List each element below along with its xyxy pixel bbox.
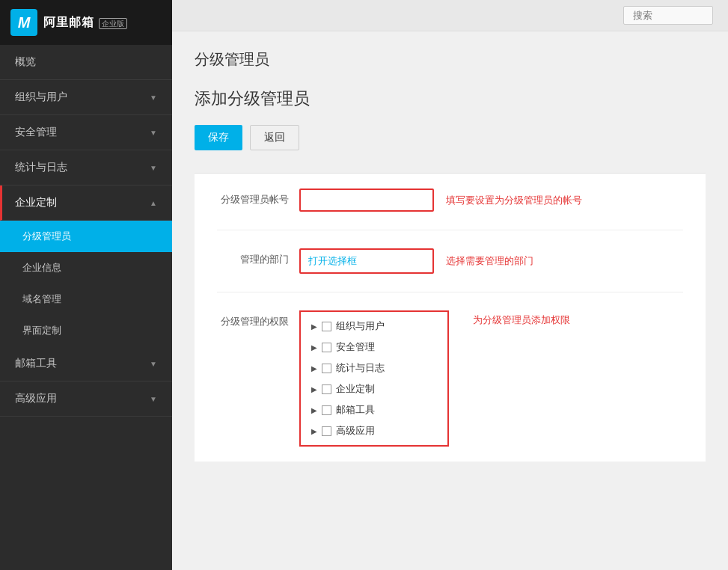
account-row: 分级管理员帐号 填写要设置为分级管理员的帐号	[217, 189, 683, 230]
sidebar-item-overview[interactable]: 概览	[0, 45, 172, 80]
sidebar-item-stats[interactable]: 统计与日志 ▼	[0, 150, 172, 186]
chevron-down-icon: ▼	[150, 395, 157, 403]
perm-label-tools: 邮箱工具	[336, 403, 375, 417]
account-hint: 填写要设置为分级管理员的帐号	[446, 194, 582, 207]
sidebar-item-advanced[interactable]: 高级应用 ▼	[0, 381, 172, 417]
perm-item-tools: ▶ 邮箱工具	[311, 403, 437, 417]
perm-checkbox-advanced[interactable]	[322, 426, 331, 436]
save-button[interactable]: 保存	[195, 125, 242, 150]
sidebar-item-label: 概览	[15, 55, 36, 69]
sidebar-item-sub-info[interactable]: 企业信息	[0, 252, 172, 284]
expand-arrow-icon: ▶	[311, 364, 317, 373]
chevron-down-icon: ▼	[150, 164, 157, 172]
perm-label-enterprise: 企业定制	[336, 382, 375, 396]
perm-label-stats: 统计与日志	[336, 361, 385, 375]
sidebar-item-org-users[interactable]: 组织与用户 ▼	[0, 80, 172, 115]
perm-item-security: ▶ 安全管理	[311, 340, 437, 354]
sidebar-item-label: 高级应用	[15, 392, 57, 405]
app-badge: 企业版	[99, 18, 127, 29]
sidebar-item-security[interactable]: 安全管理 ▼	[0, 115, 172, 150]
search-input[interactable]	[623, 6, 713, 25]
expand-arrow-icon: ▶	[311, 427, 317, 435]
account-control-wrap: 填写要设置为分级管理员的帐号	[299, 189, 683, 212]
perm-checkbox-stats[interactable]	[322, 364, 331, 373]
perm-item-stats: ▶ 统计与日志	[311, 361, 437, 375]
dept-hint: 选择需要管理的部门	[446, 254, 533, 268]
sidebar-header: M 阿里邮箱 企业版	[0, 0, 172, 45]
expand-arrow-icon: ▶	[311, 406, 317, 414]
perm-item-advanced: ▶ 高级应用	[311, 424, 437, 438]
perm-checkbox-security[interactable]	[322, 343, 331, 352]
dept-label: 管理的部门	[217, 248, 299, 266]
page-title: 分级管理员	[195, 49, 706, 70]
perm-label-org: 组织与用户	[336, 319, 385, 333]
perm-item-enterprise: ▶ 企业定制	[311, 382, 437, 396]
sub-nav-label: 界面定制	[22, 325, 61, 336]
chevron-down-icon: ▼	[150, 360, 157, 368]
account-input[interactable]	[299, 189, 434, 212]
sub-nav-label: 域名管理	[22, 293, 61, 304]
sidebar-nav: 概览 组织与用户 ▼ 安全管理 ▼ 统计与日志 ▼ 企业定制 ▲ 分级管理员 企…	[0, 45, 172, 570]
chevron-up-icon: ▲	[150, 199, 157, 207]
sidebar-item-label: 安全管理	[15, 126, 57, 139]
chevron-down-icon: ▼	[150, 94, 157, 102]
perm-item-org: ▶ 组织与用户	[311, 319, 437, 333]
sidebar-item-label: 统计与日志	[15, 161, 67, 174]
sub-nav-label: 分级管理员	[22, 230, 71, 242]
sidebar-item-label: 邮箱工具	[15, 357, 57, 370]
back-button[interactable]: 返回	[250, 125, 299, 150]
sidebar-item-label: 组织与用户	[15, 91, 67, 104]
dept-selector[interactable]: 打开选择框	[299, 248, 434, 274]
perm-checkbox-tools[interactable]	[322, 405, 331, 415]
perm-checkbox-org[interactable]	[322, 322, 331, 331]
section-title: 添加分级管理员	[195, 88, 706, 110]
form-section: 分级管理员帐号 填写要设置为分级管理员的帐号 管理的部门 打开选择框 选择需要管…	[195, 173, 706, 462]
perm-label: 分级管理的权限	[217, 310, 299, 328]
dept-row: 管理的部门 打开选择框 选择需要管理的部门	[217, 248, 683, 292]
perm-checkbox-enterprise[interactable]	[322, 384, 331, 394]
chevron-down-icon: ▼	[150, 129, 157, 137]
sidebar: M 阿里邮箱 企业版 概览 组织与用户 ▼ 安全管理 ▼ 统计与日志 ▼ 企业定…	[0, 0, 172, 570]
content-area: 分级管理员 添加分级管理员 保存 返回 分级管理员帐号 填写要设置为分级管理员的…	[172, 31, 728, 570]
logo-icon: M	[10, 9, 37, 36]
expand-arrow-icon: ▶	[311, 343, 317, 352]
app-name: 阿里邮箱	[43, 16, 94, 28]
dept-control-wrap: 打开选择框 选择需要管理的部门	[299, 248, 683, 274]
sub-nav-label: 企业信息	[22, 262, 61, 273]
topbar	[172, 0, 728, 31]
sidebar-item-sub-admin[interactable]: 分级管理员	[0, 221, 172, 252]
sidebar-item-label: 企业定制	[15, 196, 57, 209]
account-label: 分级管理员帐号	[217, 189, 299, 206]
perm-label-advanced: 高级应用	[336, 424, 375, 438]
expand-arrow-icon: ▶	[311, 385, 317, 393]
expand-arrow-icon: ▶	[311, 322, 317, 331]
toolbar: 保存 返回	[195, 125, 706, 150]
permissions-row: 分级管理的权限 ▶ 组织与用户 ▶ 安全管理	[217, 310, 683, 447]
perm-hint: 为分级管理员添加权限	[473, 310, 570, 327]
sidebar-item-sub-domain[interactable]: 域名管理	[0, 284, 172, 315]
perm-label-security: 安全管理	[336, 340, 375, 354]
sidebar-item-mail-tools[interactable]: 邮箱工具 ▼	[0, 346, 172, 381]
permissions-box: ▶ 组织与用户 ▶ 安全管理 ▶ 统计与日志	[299, 310, 449, 447]
sidebar-item-sub-ui[interactable]: 界面定制	[0, 315, 172, 346]
main-area: 分级管理员 添加分级管理员 保存 返回 分级管理员帐号 填写要设置为分级管理员的…	[172, 0, 728, 570]
sidebar-item-enterprise[interactable]: 企业定制 ▲	[0, 186, 172, 221]
